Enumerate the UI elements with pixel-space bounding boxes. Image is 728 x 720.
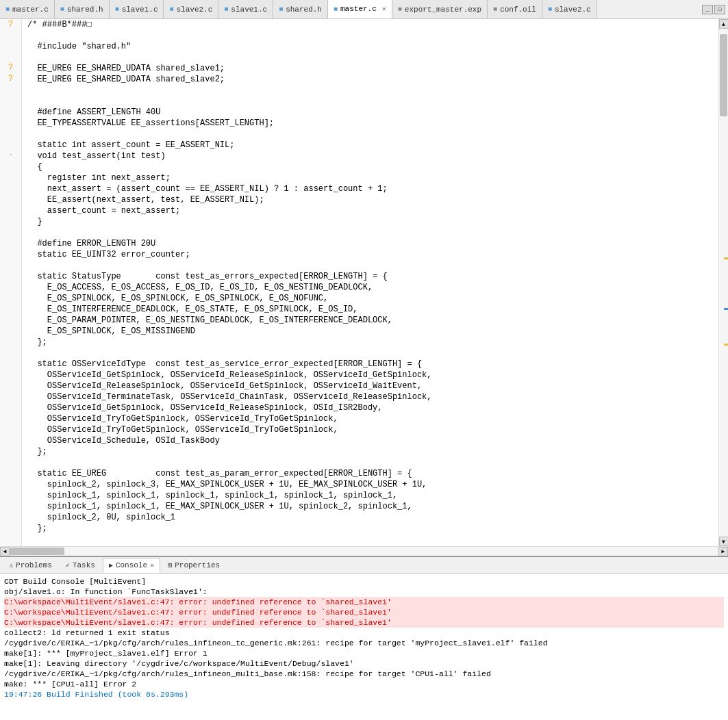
gutter-item-39: [0, 439, 21, 450]
gutter-item-13: [0, 159, 21, 170]
code-line-0[interactable]: /* ####B*###□: [25, 19, 716, 30]
code-line-39[interactable]: };: [25, 446, 716, 457]
code-line-16[interactable]: EE_assert(next_assert, test, EE_ASSERT_N…: [25, 194, 716, 205]
code-line-45[interactable]: spinlock_2, 0U, spinlock_1: [25, 512, 716, 523]
code-line-23[interactable]: static StatusType const test_as_errors_e…: [25, 271, 716, 282]
gutter-item-27: [0, 310, 21, 321]
scrollbar-marker-1: [724, 257, 728, 259]
code-line-30[interactable]: [25, 348, 716, 359]
panel-tab-properties[interactable]: ⊞ Properties: [162, 558, 226, 573]
code-line-47[interactable]: [25, 534, 716, 545]
gutter-item-18: [0, 214, 21, 224]
panel-tab-tasks[interactable]: ✓ Tasks: [60, 558, 101, 573]
code-line-8[interactable]: #define ASSERT_LENGTH 40U: [25, 107, 716, 118]
minimize-button[interactable]: _: [702, 5, 713, 14]
code-line-11[interactable]: static int assert_count = EE_ASSERT_NIL;: [25, 140, 716, 151]
panel-tab-console[interactable]: ▶ Console ✕: [103, 558, 160, 573]
code-line-29[interactable]: };: [25, 337, 716, 348]
editor-area: ???- /* ####B*###□ #include "shared.h" E…: [0, 19, 728, 546]
gutter-item-38: [0, 428, 21, 439]
tab-close-icon-7[interactable]: ✕: [382, 5, 386, 13]
code-line-22[interactable]: [25, 260, 716, 271]
code-line-13[interactable]: {: [25, 162, 716, 172]
tab-conf-oil[interactable]: ■ conf.oil: [488, 0, 542, 19]
code-line-44[interactable]: spinlock_1, spinlock_1, EE_MAX_SPINLOCK_…: [25, 501, 716, 512]
panel-tab-problems[interactable]: ⚠ Problems: [3, 558, 58, 573]
console-area[interactable]: CDT Build Console [MultiEvent]obj/slave1…: [0, 574, 728, 720]
editor-scrollbar: ▲ ▼: [718, 19, 728, 546]
code-line-4[interactable]: EE_UREG EE_SHARED_UDATA shared_slave1;: [25, 63, 716, 74]
code-line-48[interactable]: static StatusType test as errors[ERROR L…: [25, 545, 716, 546]
code-line-12[interactable]: void test_assert(int test): [25, 151, 716, 162]
code-line-28[interactable]: E_OS_SPINLOCK, E_OS_MISSINGEND: [25, 326, 716, 337]
code-line-27[interactable]: E_OS_PARAM_POINTER, E_OS_NESTING_DEADLOC…: [25, 315, 716, 326]
code-line-36[interactable]: OSServiceId_TryToGetSpinlock, OSServiceI…: [25, 413, 716, 424]
tab-icon-3: ■: [115, 5, 119, 13]
code-line-10[interactable]: [25, 129, 716, 140]
code-line-26[interactable]: E_OS_INTERFERENCE_DEADLOCK, E_OS_STATE, …: [25, 304, 716, 315]
code-line-46[interactable]: };: [25, 523, 716, 534]
gutter-item-34: [0, 385, 21, 396]
console-line-11: 19:47:26 Build Finished (took 6s.293ms): [4, 689, 724, 699]
gutter-item-48: [0, 535, 21, 546]
code-line-42[interactable]: spinlock_2, spinlock_3, EE_MAX_SPINLOCK_…: [25, 479, 716, 490]
code-content: /* ####B*###□ #include "shared.h" EE_URE…: [22, 19, 718, 546]
code-line-19[interactable]: [25, 227, 716, 238]
code-line-32[interactable]: OSServiceId_GetSpinlock, OSServiceId_Rel…: [25, 370, 716, 381]
code-line-33[interactable]: OSServiceId_ReleaseSpinlock, OSServiceId…: [25, 381, 716, 391]
code-line-1[interactable]: [25, 30, 716, 41]
h-scrollbar[interactable]: ◀ ▶: [0, 546, 728, 556]
code-line-21[interactable]: static EE_UINT32 error_counter;: [25, 249, 716, 260]
code-line-14[interactable]: register int next_assert;: [25, 172, 716, 183]
gutter-item-47: [0, 525, 21, 536]
code-scroll[interactable]: /* ####B*###□ #include "shared.h" EE_URE…: [22, 19, 718, 546]
panel-tab-bar: ⚠ Problems ✓ Tasks ▶ Console ✕ ⊞ Propert…: [0, 557, 728, 574]
gutter-item-11: [0, 138, 21, 149]
code-line-37[interactable]: OSServiceId_TryToGetSpinlock, OSServiceI…: [25, 424, 716, 435]
tab-shared-h-1[interactable]: ■ shared.h: [55, 0, 110, 19]
console-close-icon[interactable]: ✕: [150, 561, 154, 569]
tab-slave2-c-2[interactable]: ■ slave2.c: [542, 0, 597, 19]
tab-master-c-1[interactable]: ■ master.c: [0, 0, 55, 19]
gutter-item-46: [0, 514, 21, 525]
code-line-2[interactable]: #include "shared.h": [25, 41, 716, 52]
gutter-item-40: [0, 450, 21, 461]
h-scroll-left-button[interactable]: ◀: [0, 547, 10, 556]
tab-shared-h-2[interactable]: ■ shared.h: [273, 0, 328, 19]
code-line-17[interactable]: assert_count = next_assert;: [25, 205, 716, 216]
code-line-20[interactable]: #define ERROR_LENGTH 20U: [25, 238, 716, 249]
code-line-25[interactable]: E_OS_SPINLOCK, E_OS_SPINLOCK, E_OS_SPINL…: [25, 293, 716, 304]
tab-slave1-c-1[interactable]: ■ slave1.c: [110, 0, 164, 19]
tab-icon-8: ■: [398, 5, 402, 13]
tasks-icon: ✓: [66, 561, 70, 569]
tab-slave2-c-1[interactable]: ■ slave2.c: [164, 0, 218, 19]
code-line-24[interactable]: E_OS_ACCESS, E_OS_ACCESS, E_OS_ID, E_OS_…: [25, 282, 716, 293]
console-line-4: collect2: ld returned 1 exit status: [4, 628, 724, 638]
gutter-item-25: [0, 288, 21, 299]
code-line-31[interactable]: static OSServiceIdType const test_as_ser…: [25, 359, 716, 370]
h-scroll-right-button[interactable]: ▶: [718, 547, 728, 556]
tab-slave1-c-2[interactable]: ■ slave1.c: [218, 0, 273, 19]
code-line-5[interactable]: EE_UREG EE_SHARED_UDATA shared_slave2;: [25, 74, 716, 85]
code-line-6[interactable]: [25, 85, 716, 96]
console-line-7: make[1]: Leaving directory '/cygdrive/c/…: [4, 658, 724, 669]
code-line-7[interactable]: [25, 96, 716, 107]
maximize-button[interactable]: □: [714, 5, 725, 14]
code-line-38[interactable]: OSServiceId_Schedule, OSId_TaskBody: [25, 435, 716, 446]
code-line-35[interactable]: OSServiceId_GetSpinlock, OSServiceId_Rel…: [25, 402, 716, 413]
tab-master-c-active[interactable]: ■ master.c ✕: [328, 0, 392, 19]
scroll-down-button[interactable]: ▼: [719, 537, 729, 546]
code-line-34[interactable]: OSServiceId_TerminateTask, OSServiceId_C…: [25, 391, 716, 402]
tab-label-2: shared.h: [67, 5, 103, 14]
code-line-15[interactable]: next_assert = (assert_count == EE_ASSERT…: [25, 183, 716, 194]
scrollbar-track[interactable]: [719, 29, 728, 537]
code-line-3[interactable]: [25, 52, 716, 63]
code-line-18[interactable]: }: [25, 216, 716, 227]
code-line-43[interactable]: spinlock_1, spinlock_1, spinlock_1, spin…: [25, 490, 716, 501]
scroll-up-button[interactable]: ▲: [719, 19, 729, 29]
code-line-40[interactable]: [25, 457, 716, 468]
code-line-41[interactable]: static EE_UREG const test_as_param_error…: [25, 468, 716, 479]
h-scroll-track[interactable]: [10, 547, 718, 556]
code-line-9[interactable]: EE_TYPEASSERTVALUE EE_assertions[ASSERT_…: [25, 118, 716, 129]
tab-export-master[interactable]: ■ export_master.exp: [392, 0, 488, 19]
